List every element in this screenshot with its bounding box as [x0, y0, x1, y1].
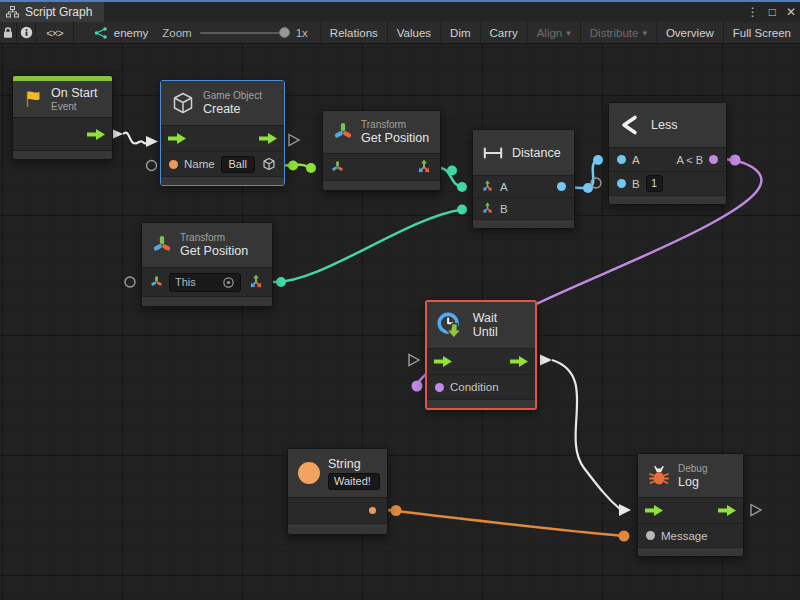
toolbar-button-overview[interactable]: Overview: [656, 22, 723, 43]
flow-output-port[interactable]: [718, 505, 736, 516]
port-label: B: [500, 203, 508, 215]
object-picker-icon[interactable]: [222, 276, 235, 289]
node-distance[interactable]: Distance A B: [472, 129, 575, 229]
node-footer: [427, 399, 535, 408]
condition-port-row: Condition: [427, 374, 535, 399]
toolbar-button-dim[interactable]: Dim: [440, 22, 479, 43]
zoom-control: Zoom 1x: [162, 22, 316, 43]
transform-input-port[interactable]: [150, 275, 163, 289]
zoom-slider-handle[interactable]: [279, 27, 290, 38]
lock-icon: [2, 26, 14, 39]
button-label: Carry: [490, 27, 518, 39]
input-port-a[interactable]: [617, 155, 626, 164]
string-output-port[interactable]: [369, 507, 376, 514]
node-footer: [288, 523, 387, 534]
string-input-port[interactable]: [169, 160, 178, 169]
vector3-input-port[interactable]: [481, 202, 494, 215]
toolbar-button-fullscreen[interactable]: Full Screen: [723, 22, 800, 43]
flow-port-row: [427, 348, 535, 374]
node-header[interactable]: Debug Log: [638, 454, 743, 497]
b-value-field[interactable]: 1: [646, 175, 663, 192]
node-title: Get Position: [361, 131, 429, 145]
less-than-icon: [619, 114, 641, 136]
target-value: This: [175, 274, 196, 291]
vector3-output-port[interactable]: [416, 159, 432, 175]
port-row-a: A A < B: [609, 147, 726, 171]
zoom-value: 1x: [296, 27, 308, 39]
node-title: Log: [678, 475, 707, 489]
tab-script-graph[interactable]: Script Graph: [0, 2, 104, 22]
flow-output-port[interactable]: [259, 133, 277, 144]
target-field[interactable]: This: [169, 273, 241, 292]
condition-input-port[interactable]: [435, 383, 444, 392]
float-output-port[interactable]: [557, 182, 566, 191]
graph-name: enemy: [114, 27, 149, 39]
node-header[interactable]: Less: [609, 103, 726, 147]
message-port-row: Message: [638, 523, 743, 547]
toolbar-buttons: Relations Values Dim Carry Align▾ Distri…: [320, 22, 800, 43]
info-button[interactable]: [17, 22, 36, 43]
node-header[interactable]: On Start Event: [13, 81, 112, 117]
chevron-down-icon: ▾: [566, 28, 571, 38]
input-port-b[interactable]: [617, 179, 626, 188]
port-row: This: [142, 267, 272, 296]
vector3-input-port[interactable]: [481, 180, 494, 193]
node-wait-until[interactable]: Wait Until Condition: [425, 300, 537, 410]
node-title: On Start: [51, 86, 98, 100]
zoom-slider[interactable]: [200, 32, 288, 34]
node-get-position-2[interactable]: Transform Get Position This: [141, 222, 273, 307]
node-footer: [142, 296, 272, 306]
name-value-field[interactable]: Ball: [221, 156, 255, 173]
node-header[interactable]: Game Object Create: [161, 81, 284, 125]
window-menu-icon[interactable]: ⋮: [747, 5, 759, 19]
port-row-b: B 1: [609, 171, 726, 195]
node-title: Create: [203, 102, 262, 116]
button-label: Overview: [666, 27, 714, 39]
code-view-button[interactable]: <×>: [36, 22, 74, 43]
flow-input-port[interactable]: [434, 356, 452, 367]
node-footer: [609, 195, 726, 204]
node-header[interactable]: Wait Until: [427, 302, 535, 348]
node-title: Less: [651, 118, 677, 132]
flow-input-port[interactable]: [168, 133, 186, 144]
close-icon[interactable]: ✕: [786, 5, 796, 19]
node-footer: [13, 150, 112, 159]
node-string-literal[interactable]: String Waited!: [287, 448, 388, 535]
string-value-field[interactable]: Waited!: [328, 473, 380, 490]
gameobject-output-icon[interactable]: [262, 157, 276, 171]
flow-port-row: [638, 497, 743, 523]
node-debug-log[interactable]: Debug Log Message: [637, 453, 744, 557]
cube-icon: [171, 91, 195, 115]
port-label: B: [632, 178, 640, 190]
flow-input-port[interactable]: [645, 505, 663, 516]
node-on-start-event[interactable]: On Start Event: [12, 75, 113, 160]
port-label: Condition: [450, 381, 499, 393]
toolbar-button-carry[interactable]: Carry: [480, 22, 527, 43]
node-get-position-1[interactable]: Transform Get Position: [322, 110, 441, 191]
node-header[interactable]: Transform Get Position: [323, 111, 440, 153]
toolbar-button-align[interactable]: Align▾: [527, 22, 580, 43]
node-gameobject-create[interactable]: Game Object Create Name Ball: [160, 80, 285, 186]
vector3-output-port[interactable]: [248, 274, 264, 290]
port-label: A: [632, 154, 640, 166]
flow-output-port[interactable]: [510, 356, 528, 367]
node-title: String: [328, 457, 380, 471]
node-category: Transform: [180, 232, 248, 243]
node-header[interactable]: Transform Get Position: [142, 223, 272, 267]
graph-hierarchy-icon: [6, 6, 19, 18]
node-less[interactable]: Less A A < B B 1: [608, 102, 727, 205]
toolbar-button-distribute[interactable]: Distribute▾: [580, 22, 656, 43]
bool-output-port[interactable]: [709, 155, 718, 164]
chevron-down-icon: ▾: [642, 28, 647, 38]
node-header[interactable]: String Waited!: [288, 449, 387, 497]
titlebar: Script Graph ⋮ □ ✕: [0, 2, 800, 22]
graph-breadcrumb[interactable]: enemy: [74, 22, 163, 43]
lock-button[interactable]: [0, 22, 17, 43]
maximize-icon[interactable]: □: [769, 5, 776, 19]
transform-input-port[interactable]: [331, 160, 344, 174]
toolbar-button-relations[interactable]: Relations: [320, 22, 387, 43]
message-input-port[interactable]: [646, 531, 655, 540]
flow-output-port[interactable]: [87, 129, 105, 140]
node-header[interactable]: Distance: [473, 130, 574, 175]
toolbar-button-values[interactable]: Values: [387, 22, 440, 43]
